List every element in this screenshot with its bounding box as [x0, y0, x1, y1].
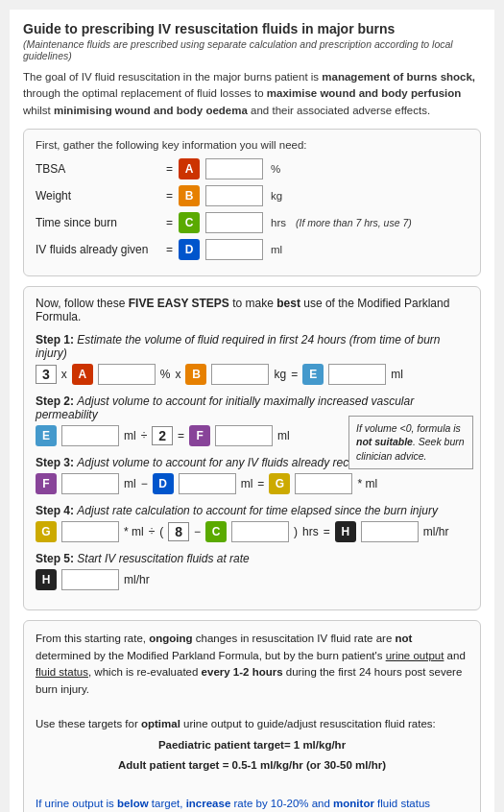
target2: Adult patient target = 0.5-1 ml/kg/hr (o… [36, 757, 468, 775]
step-3-ml1: ml [124, 477, 136, 490]
step-1-input-a[interactable] [98, 364, 156, 385]
page-title: Guide to prescribing IV resuscitation fl… [23, 21, 481, 36]
step-3-input-g[interactable] [295, 473, 352, 494]
steps-section: Now, follow these FIVE EASY STEPS to mak… [23, 286, 481, 610]
step-2-box-e: E [36, 425, 57, 446]
intro-text-2: through the optimal replacement of fluid… [23, 87, 267, 99]
step-4-desc: Adjust rate calculation to account for t… [77, 504, 438, 517]
step-1-input-b[interactable] [211, 364, 269, 385]
step-3-ml2: ml [241, 477, 253, 490]
steps-bold1: FIVE EASY STEPS [129, 297, 229, 310]
step-5-desc: Start IV resuscitation fluids at rate [77, 552, 249, 565]
step-2-input-f[interactable] [215, 425, 273, 446]
step-5-input-h[interactable] [61, 569, 119, 590]
step-2-div: ÷ [141, 429, 148, 442]
gather-section: First, gather the following key informat… [23, 129, 481, 276]
step-4-num8: 8 [168, 522, 189, 541]
tbsa-eq: = [166, 162, 173, 176]
step-4-input-h[interactable] [361, 521, 419, 542]
step-3-input-d[interactable] [179, 473, 236, 494]
step-4-minus: − [194, 525, 201, 538]
ongoing-section: From this starting rate, ongoing changes… [23, 620, 481, 812]
step-2-box-f: F [189, 425, 210, 446]
step-4-box-g: G [36, 521, 57, 542]
step-1-x1: x [61, 368, 67, 381]
step-4-label: Step 4: Adjust rate calculation to accou… [36, 504, 468, 517]
step-4-block: Step 4: Adjust rate calculation to accou… [36, 504, 468, 542]
step-2-num2: 2 [152, 426, 173, 445]
target1: Paediatric patient target= 1 ml/kg/hr [36, 737, 468, 754]
step-3-eq: = [257, 477, 264, 490]
below-bold2: increase [186, 798, 231, 809]
step-2-ml1: ml [124, 429, 136, 442]
callout-box: If volume <0, formula is not suitable. S… [348, 416, 473, 469]
time-burn-eq: = [166, 216, 173, 229]
step-1-box-b: B [185, 364, 206, 385]
tbsa-input[interactable] [205, 158, 263, 179]
step-2-input-e[interactable] [61, 425, 119, 446]
step-5-block: Step 5: Start IV resuscitation fluids at… [36, 552, 468, 590]
step-5-mlhr: ml/hr [124, 573, 150, 586]
step-1-block: Step 1: Estimate the volume of fluid req… [36, 333, 468, 385]
weight-row: Weight = B kg [36, 185, 468, 206]
intro-text-3: whilst [23, 105, 54, 116]
step-3-box-d: D [153, 473, 174, 494]
step-4-ml: * ml [124, 525, 144, 538]
below-bold1: below [117, 798, 149, 809]
tbsa-unit: % [271, 163, 280, 175]
step-4-div: ÷ [149, 525, 156, 538]
ongoing-bold1: ongoing [149, 633, 192, 644]
iv-fluids-unit: ml [271, 244, 282, 255]
iv-fluids-row: IV fluids already given = D ml [36, 239, 468, 260]
tbsa-label: TBSA [36, 162, 160, 176]
step-4-box-h: H [335, 521, 356, 542]
step-4-input-c[interactable] [231, 521, 289, 542]
step-1-kg: kg [274, 368, 286, 381]
step-1-pct: % [160, 368, 171, 381]
step-2-ml2: ml [277, 429, 290, 442]
iv-fluids-label: IV fluids already given [36, 243, 160, 256]
time-burn-input[interactable] [205, 212, 263, 233]
page-container: Guide to prescribing IV resuscitation fl… [10, 10, 494, 812]
step-3-desc: Adjust volume to account for any IV flui… [77, 456, 376, 469]
step-5-row: H ml/hr [36, 569, 468, 590]
weight-input[interactable] [205, 185, 263, 206]
step-3-minus: − [141, 477, 148, 490]
weight-box: B [179, 185, 200, 206]
step-1-ml: ml [391, 368, 403, 381]
step-1-box-e: E [302, 364, 324, 385]
intro-bold-2: maximise wound and body perfusion [267, 87, 462, 99]
ongoing-ul2: fluid status [36, 666, 88, 678]
step-1-label: Step 1: Estimate the volume of fluid req… [36, 333, 468, 360]
ongoing-para1: From this starting rate, ongoing changes… [36, 631, 468, 699]
time-burn-box: C [179, 212, 200, 233]
steps-bold2: best [276, 297, 300, 310]
time-burn-unit: hrs [271, 217, 286, 228]
time-burn-label: Time since burn [36, 216, 160, 229]
step-2-block: Step 2: Adjust volume to account for ini… [36, 394, 468, 446]
iv-fluids-input[interactable] [205, 239, 263, 260]
tbsa-row: TBSA = A % [36, 158, 468, 179]
step-4-input-g[interactable] [61, 521, 119, 542]
gather-intro: First, gather the following key informat… [36, 139, 468, 151]
below-bold3: monitor [333, 798, 374, 809]
step-3-ml3: * ml [357, 477, 377, 490]
step-4-eq: = [324, 525, 330, 538]
step-1-input-e[interactable] [328, 364, 386, 385]
step-4-paren-open: ( [159, 525, 163, 538]
step-5-box-h: H [36, 569, 57, 590]
weight-label: Weight [36, 189, 160, 203]
step-1-equals: = [291, 368, 298, 381]
step-4-mlhr: ml/hr [423, 525, 449, 538]
tbsa-box: A [179, 158, 200, 179]
time-burn-row: Time since burn = C hrs (If more than 7 … [36, 212, 468, 233]
step-1-row: 3 x A % x B kg = E ml [36, 364, 468, 385]
step-5-label: Step 5: Start IV resuscitation fluids at… [36, 552, 468, 565]
below-text: If urine output is below target, increas… [36, 796, 468, 812]
iv-fluids-eq: = [166, 243, 173, 256]
step-1-x2: x [175, 368, 180, 381]
step-3-box-f: F [36, 473, 57, 494]
step-1-desc: Estimate the volume of fluid required in… [36, 333, 441, 360]
step-3-input-f[interactable] [61, 473, 119, 494]
weight-eq: = [166, 189, 173, 203]
